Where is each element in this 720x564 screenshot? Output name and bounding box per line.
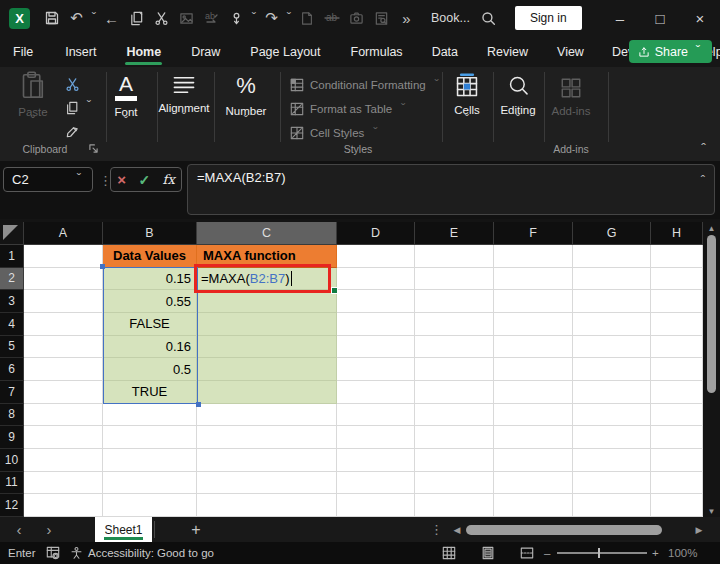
format-painter-button[interactable] xyxy=(62,122,82,142)
cell-a6[interactable] xyxy=(24,358,103,381)
cell-g6[interactable] xyxy=(573,358,651,381)
tab-review[interactable]: Review xyxy=(478,36,537,67)
row-header-4[interactable]: 4 xyxy=(0,313,24,336)
cell-g2[interactable] xyxy=(573,268,651,291)
cell-c4[interactable] xyxy=(197,313,337,336)
row-header-10[interactable]: 10 xyxy=(0,449,24,472)
cell-e10[interactable] xyxy=(415,449,494,472)
sheetbar-grip-icon[interactable]: ⋮ xyxy=(430,517,443,542)
column-header-a[interactable]: A xyxy=(24,222,103,245)
cell-b10[interactable] xyxy=(103,449,197,472)
touch-mode-chevron-icon[interactable]: ˇ xyxy=(249,15,259,22)
cell-b8[interactable] xyxy=(103,404,197,427)
cell-f4[interactable] xyxy=(494,313,573,336)
cell-e2[interactable] xyxy=(415,268,494,291)
conditional-formatting-button[interactable]: Conditional Formatting ˇ xyxy=(290,75,442,95)
tab-page-layout[interactable]: Page Layout xyxy=(241,36,329,67)
cell-c6[interactable] xyxy=(197,358,337,381)
row-header-8[interactable]: 8 xyxy=(0,404,24,427)
cell-c3[interactable] xyxy=(197,290,337,313)
cell-f7[interactable] xyxy=(494,381,573,404)
row-header-3[interactable]: 3 xyxy=(0,290,24,313)
cell-g3[interactable] xyxy=(573,290,651,313)
formula-input[interactable]: =MAXA(B2:B7) ˆ xyxy=(187,164,715,215)
cell-h6[interactable] xyxy=(651,358,703,381)
cell-d9[interactable] xyxy=(337,426,415,449)
close-button[interactable]: × xyxy=(680,0,720,36)
horizontal-scrollbar-thumb[interactable] xyxy=(466,525,662,535)
cell-f3[interactable] xyxy=(494,290,573,313)
cell-a7[interactable] xyxy=(24,381,103,404)
cell-e7[interactable] xyxy=(415,381,494,404)
tab-draw[interactable]: Draw xyxy=(182,36,229,67)
maximize-button[interactable]: □ xyxy=(640,0,680,36)
tab-insert[interactable]: Insert xyxy=(56,36,105,67)
cell-a11[interactable] xyxy=(24,472,103,495)
scroll-right-arrow-icon[interactable]: ▶ xyxy=(690,517,708,542)
tab-formulas[interactable]: Formulas xyxy=(342,36,412,67)
cell-g11[interactable] xyxy=(573,472,651,495)
zoom-slider-track[interactable] xyxy=(557,552,647,554)
cell-b1[interactable]: Data Values xyxy=(103,245,197,268)
redo-button[interactable]: ↷ xyxy=(259,5,284,31)
undo-button[interactable]: ↶ xyxy=(64,5,89,31)
cell-a5[interactable] xyxy=(24,336,103,359)
cell-d8[interactable] xyxy=(337,404,415,427)
column-header-f[interactable]: F xyxy=(494,222,573,245)
row-header-12[interactable]: 12 xyxy=(0,494,24,517)
cell-h11[interactable] xyxy=(651,472,703,495)
column-header-c[interactable]: C xyxy=(197,222,337,245)
range-handle-bottom-right[interactable] xyxy=(196,402,201,407)
cell-a4[interactable] xyxy=(24,313,103,336)
cell-c10[interactable] xyxy=(197,449,337,472)
tab-data[interactable]: Data xyxy=(423,36,467,67)
cell-f11[interactable] xyxy=(494,472,573,495)
page-break-preview-button[interactable] xyxy=(520,542,534,564)
copy-chevron-icon[interactable]: ˇ xyxy=(84,103,94,110)
formula-bar-collapse-icon[interactable]: ˆ xyxy=(701,173,705,188)
normal-view-button[interactable] xyxy=(442,542,456,564)
cell-h2[interactable] xyxy=(651,268,703,291)
cell-d7[interactable] xyxy=(337,381,415,404)
cell-h10[interactable] xyxy=(651,449,703,472)
cell-h4[interactable] xyxy=(651,313,703,336)
number-group-button[interactable]: % Number ˇ xyxy=(218,75,274,125)
scroll-down-arrow-icon[interactable]: ▼ xyxy=(708,505,716,517)
clipboard-dialog-launcher[interactable] xyxy=(86,141,100,155)
cell-e12[interactable] xyxy=(415,494,494,517)
confirm-entry-button[interactable]: ✓ xyxy=(138,172,150,188)
cell-g12[interactable] xyxy=(573,494,651,517)
cell-d12[interactable] xyxy=(337,494,415,517)
accessibility-status-text[interactable]: Accessibility: Good to go xyxy=(88,542,214,564)
range-handle-top-left[interactable] xyxy=(100,264,105,269)
cell-e5[interactable] xyxy=(415,336,494,359)
cell-f5[interactable] xyxy=(494,336,573,359)
row-header-1[interactable]: 1 xyxy=(0,245,24,268)
column-header-e[interactable]: E xyxy=(415,222,494,245)
insert-function-button[interactable]: fx xyxy=(163,172,175,187)
add-sheet-button[interactable]: + xyxy=(184,517,208,542)
cell-c12[interactable] xyxy=(197,494,337,517)
macro-record-button[interactable] xyxy=(46,542,60,564)
quick-access-overflow-button[interactable]: » xyxy=(394,5,419,31)
scroll-left-arrow-icon[interactable]: ◀ xyxy=(448,517,466,542)
vertical-scrollbar-thumb[interactable] xyxy=(707,235,716,393)
minimize-button[interactable]: – xyxy=(600,0,640,36)
cell-g4[interactable] xyxy=(573,313,651,336)
row-header-7[interactable]: 7 xyxy=(0,381,24,404)
cell-a2[interactable] xyxy=(24,268,103,291)
column-header-g[interactable]: G xyxy=(573,222,651,245)
row-header-6[interactable]: 6 xyxy=(0,358,24,381)
undo-chevron-icon[interactable]: ˇ xyxy=(89,15,99,22)
copy-button-ribbon[interactable] xyxy=(62,98,82,118)
cell-c7[interactable] xyxy=(197,381,337,404)
cell-g7[interactable] xyxy=(573,381,651,404)
cell-d5[interactable] xyxy=(337,336,415,359)
format-as-table-button[interactable]: Format as Table ˇ xyxy=(290,99,408,119)
cell-a9[interactable] xyxy=(24,426,103,449)
cell-a10[interactable] xyxy=(24,449,103,472)
select-all-button[interactable] xyxy=(0,222,24,245)
sheet-nav-prev-button[interactable]: ‹ xyxy=(6,517,32,542)
sign-in-button[interactable]: Sign in xyxy=(515,6,582,30)
save-button[interactable] xyxy=(39,5,64,31)
